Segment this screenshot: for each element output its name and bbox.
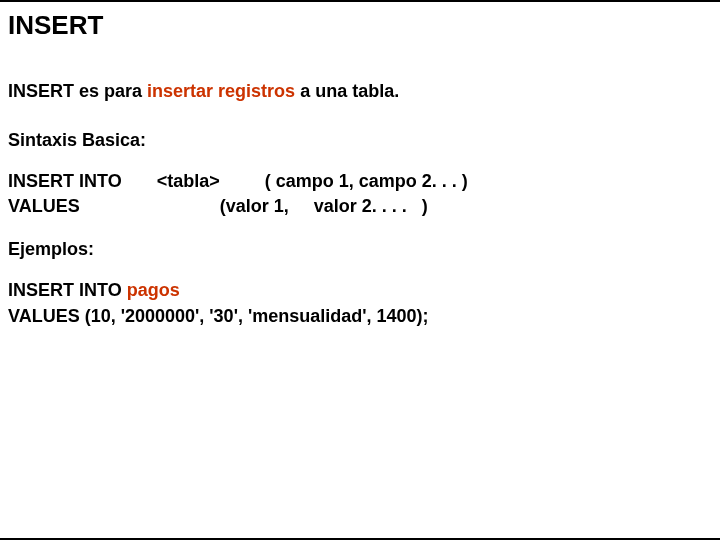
intro-line: INSERT es para insertar registros a una …: [8, 81, 712, 102]
syntax-row-2: VALUES (valor 1, valor 2. . . . ): [8, 194, 712, 219]
example-block: INSERT INTO pagos VALUES (10, '2000000',…: [8, 278, 712, 328]
intro-suffix: a una tabla.: [295, 81, 399, 101]
intro-highlight: insertar registros: [147, 81, 295, 101]
syntax-label: Sintaxis Basica:: [8, 130, 712, 151]
slide-title: INSERT: [8, 10, 712, 41]
example-row-1-highlight: pagos: [127, 280, 180, 300]
example-row-2: VALUES (10, '2000000', '30', 'mensualida…: [8, 304, 712, 329]
syntax-row-1: INSERT INTO <tabla> ( campo 1, campo 2. …: [8, 169, 712, 194]
slide: INSERT INSERT es para insertar registros…: [0, 0, 720, 540]
example-row-1-prefix: INSERT INTO: [8, 280, 127, 300]
example-row-1: INSERT INTO pagos: [8, 278, 712, 303]
syntax-block: INSERT INTO <tabla> ( campo 1, campo 2. …: [8, 169, 712, 219]
intro-prefix: INSERT es para: [8, 81, 147, 101]
examples-label: Ejemplos:: [8, 239, 712, 260]
